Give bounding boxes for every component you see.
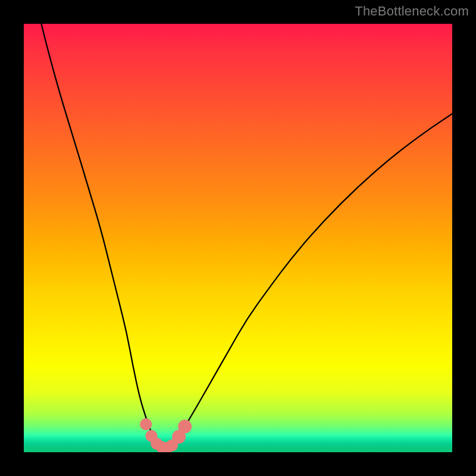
bottleneck-curve-svg <box>24 24 452 452</box>
marker-group <box>140 418 192 452</box>
bottleneck-curve-path <box>24 24 452 447</box>
plot-area <box>24 24 452 452</box>
curve-marker-dot <box>178 419 192 433</box>
curve-marker-dot <box>140 418 152 430</box>
chart-frame: TheBottleneck.com <box>0 0 476 476</box>
watermark-text: TheBottleneck.com <box>355 4 469 19</box>
